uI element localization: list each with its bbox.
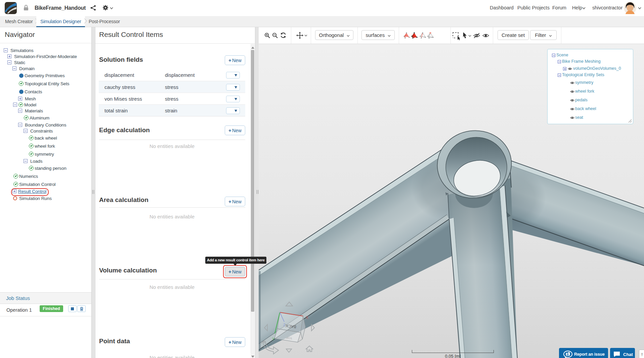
svg-text:Y: Y xyxy=(272,337,275,342)
svg-text:TOP: TOP xyxy=(286,336,292,340)
svg-text:X: X xyxy=(306,315,308,320)
svg-text:Z: Z xyxy=(283,323,286,327)
